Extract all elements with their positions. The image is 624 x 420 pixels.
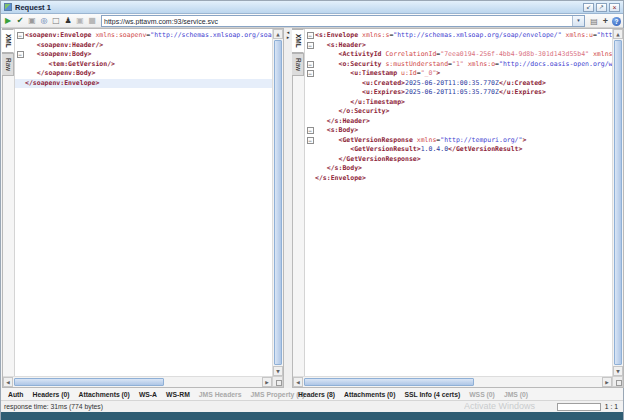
xml-code: <soapenv:Header/> — [25, 41, 103, 51]
fold-toggle-icon[interactable]: − — [307, 32, 314, 39]
response-vertical-scrollbar[interactable]: ▲ ▼ — [612, 29, 623, 376]
panel-divider[interactable]: ◂▸ — [284, 28, 292, 388]
response-bottom-tabs: Headers (8)Attachments (0)SSL Info (4 ce… — [292, 388, 624, 400]
xml-line: −<s:Envelope xmlns:s="http://schemas.xml… — [305, 31, 612, 41]
xml-code: <u:Created>2025-06-20T11:00:35.770Z</u:C… — [315, 79, 546, 89]
request-xml-editor[interactable]: −<soapenv:Envelope xmlns:soapenv="http:/… — [15, 29, 272, 376]
request-tab-auth[interactable]: Auth — [8, 391, 23, 398]
maximize-icon[interactable]: ↗ — [596, 3, 607, 12]
help-icon[interactable]: ? — [612, 17, 621, 26]
add-to-mockservice-icon[interactable]: ◎ — [38, 15, 50, 27]
scroll-up-icon[interactable]: ▲ — [273, 29, 283, 39]
fold-gutter — [15, 60, 25, 70]
request-tab-ws-rm[interactable]: WS-RM — [166, 391, 190, 398]
request-window: Request 1 ↙↗× ▶✔▣◎□♟▣■ https://ws.pttavm… — [0, 0, 624, 420]
response-tab-jms-0: JMS (0) — [504, 391, 528, 398]
fold-gutter — [305, 155, 315, 165]
response-tab-wss-0: WSS (0) — [469, 391, 495, 398]
status-field — [557, 403, 601, 411]
recreate-request-icon[interactable]: ▣ — [26, 15, 38, 27]
title-bar: Request 1 ↙↗× — [1, 1, 623, 14]
response-tab-ssl-info-4-certs[interactable]: SSL Info (4 certs) — [404, 391, 460, 398]
xml-line: <u:Expires>2025-06-20T11:05:35.770Z</u:E… — [305, 88, 612, 98]
fold-gutter: − — [305, 136, 315, 146]
xml-line: − <s:Header> — [305, 41, 612, 51]
fold-gutter — [305, 50, 315, 60]
toolbar: ▶✔▣◎□♟▣■ https://ws.pttavm.com:93/servic… — [1, 14, 623, 28]
restore-down-icon[interactable]: ↙ — [583, 3, 594, 12]
request-tab-attachments-0[interactable]: Attachments (0) — [79, 391, 130, 398]
copy-request-icon[interactable]: ▣ — [74, 15, 86, 27]
bottom-strip — [1, 412, 623, 420]
scroll-up-icon[interactable]: ▲ — [613, 29, 623, 39]
xml-line: </s:Body> — [305, 164, 612, 174]
scroll-right-icon[interactable]: ▶ — [262, 377, 272, 387]
scroll-corner-button[interactable] — [272, 376, 283, 387]
fold-gutter: − — [305, 69, 315, 79]
xml-code: <ActivityId CorrelationId="7eea0194-256f… — [315, 50, 612, 60]
scroll-left-icon[interactable]: ◀ — [3, 377, 13, 387]
xml-code: <u:Expires>2025-06-20T11:05:35.770Z</u:E… — [315, 88, 546, 98]
window-controls: ↙↗× — [583, 3, 620, 12]
scroll-right-icon[interactable]: ▶ — [602, 377, 612, 387]
xml-code: </GetVersionResponse> — [315, 155, 421, 165]
fold-toggle-icon[interactable]: − — [307, 137, 314, 144]
response-tab-attachments-0[interactable]: Attachments (0) — [344, 391, 395, 398]
xml-code: <soapenv:Envelope xmlns:soapenv="http://… — [25, 31, 272, 41]
add-icon[interactable]: + — [601, 16, 610, 26]
scroll-thumb[interactable] — [274, 40, 282, 365]
scroll-left-icon[interactable]: ◀ — [293, 377, 303, 387]
endpoint-combo[interactable]: https://ws.pttavm.com:93/service.svc ▼ — [101, 15, 585, 27]
response-tab-raw[interactable]: Raw — [292, 53, 304, 76]
request-tab-ws-a[interactable]: WS-A — [139, 391, 157, 398]
fold-toggle-icon[interactable]: − — [307, 42, 314, 49]
xml-line: </GetVersionResponse> — [305, 155, 612, 165]
status-bar: response time: 31ms (774 bytes) 1 : 1 — [1, 400, 623, 412]
xml-line: − <soapenv:Body> — [15, 50, 272, 60]
request-tab-xml[interactable]: XML — [2, 29, 14, 53]
scroll-thumb[interactable] — [14, 378, 164, 386]
xml-code: <GetVersionResponse xmlns="http://tempur… — [315, 136, 526, 146]
scroll-corner-button[interactable] — [612, 376, 623, 387]
cancel-request-icon[interactable]: ■ — [86, 15, 98, 27]
response-view-tabs: XMLRaw — [293, 29, 305, 376]
endpoint-url-input[interactable]: https://ws.pttavm.com:93/service.svc — [102, 18, 572, 25]
create-empty-icon[interactable]: □ — [50, 15, 62, 27]
fold-toggle-icon[interactable]: − — [17, 32, 24, 39]
fold-toggle-icon[interactable]: − — [307, 61, 314, 68]
close-icon[interactable]: × — [609, 3, 620, 12]
fold-gutter — [305, 88, 315, 98]
response-xml-editor[interactable]: −<s:Envelope xmlns:s="http://schemas.xml… — [305, 29, 612, 376]
xml-code: <u:Timestamp u:Id="_0"> — [315, 69, 440, 79]
fold-gutter — [305, 79, 315, 89]
xml-line: − <s:Body> — [305, 126, 612, 136]
request-bottom-tabs: AuthHeaders (0)Attachments (0)WS-AWS-RMJ… — [2, 388, 284, 400]
divider-collapse-icons[interactable]: ◂▸ — [284, 30, 292, 40]
xml-code: </s:Envelope> — [315, 174, 366, 184]
fold-toggle-icon[interactable]: − — [307, 70, 314, 77]
endpoint-dropdown-icon[interactable]: ▼ — [572, 16, 584, 26]
scroll-thumb[interactable] — [304, 378, 474, 386]
request-tab-headers-0[interactable]: Headers (0) — [32, 391, 69, 398]
response-horizontal-scrollbar[interactable]: ◀ ▶ — [293, 376, 612, 387]
fold-toggle-icon[interactable]: − — [17, 51, 24, 58]
request-vertical-scrollbar[interactable]: ▲ ▼ — [272, 29, 283, 376]
xml-line: − <GetVersionResponse xmlns="http://temp… — [305, 136, 612, 146]
request-horizontal-scrollbar[interactable]: ◀ ▶ — [3, 376, 272, 387]
submit-request-icon[interactable]: ▶ — [2, 15, 14, 27]
tabbed-layout-icon[interactable]: ▤ — [589, 17, 599, 26]
xml-code: <o:Security s:mustUnderstand="1" xmlns:o… — [315, 60, 612, 70]
scroll-thumb[interactable] — [614, 40, 622, 365]
response-tab-xml[interactable]: XML — [292, 29, 304, 53]
response-tab-headers-8[interactable]: Headers (8) — [298, 391, 335, 398]
add-to-testcase-icon[interactable]: ✔ — [14, 15, 26, 27]
xml-code: </soapenv:Body> — [25, 69, 95, 79]
xml-line: <soapenv:Header/> — [15, 41, 272, 51]
fold-toggle-icon[interactable]: − — [307, 127, 314, 134]
request-tab-raw[interactable]: Raw — [2, 53, 14, 76]
xml-code: <tem:GetVersion/> — [25, 60, 115, 70]
fold-gutter — [305, 117, 315, 127]
scroll-down-icon[interactable]: ▼ — [613, 366, 623, 376]
scroll-down-icon[interactable]: ▼ — [273, 366, 283, 376]
user-icon[interactable]: ♟ — [62, 15, 74, 27]
